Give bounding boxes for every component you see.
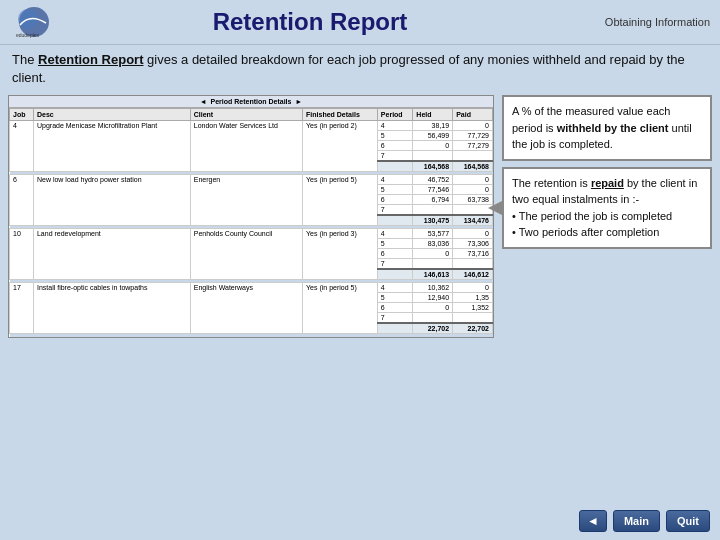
table-row-paid: 0 <box>453 283 493 293</box>
table-row-finished: Yes (in period 2) <box>303 121 378 172</box>
table-row-paid: 1,352 <box>453 303 493 313</box>
data-table: Job Desc Client Finished Details Period … <box>9 108 493 337</box>
table-row-held: 83,036 <box>413 239 453 249</box>
table-row-period: 4 <box>377 175 412 185</box>
table-row-period: 5 <box>377 131 412 141</box>
table-row-period: 6 <box>377 141 412 151</box>
col-desc: Desc <box>33 109 190 121</box>
table-row-held: 0 <box>413 141 453 151</box>
table-row-period <box>377 215 412 226</box>
header-info: Obtaining Information <box>560 16 710 28</box>
col-finished: Finished Details <box>303 109 378 121</box>
logo: edudeplex <box>10 4 60 40</box>
table-row-job: 10 <box>10 229 34 280</box>
table-row-paid: 0 <box>453 175 493 185</box>
col-paid: Paid <box>453 109 493 121</box>
desc-highlight: Retention Report <box>38 52 143 67</box>
col-client: Client <box>190 109 302 121</box>
table-row-paid: 77,279 <box>453 141 493 151</box>
table-row-paid: 22,702 <box>453 323 493 334</box>
table-row-held: 53,577 <box>413 229 453 239</box>
col-held: Held <box>413 109 453 121</box>
table-row-client: London Water Services Ltd <box>190 121 302 172</box>
arrow-left-icon <box>488 200 504 216</box>
table-row-finished: Yes (in period 5) <box>303 175 378 226</box>
table-row-job: 4 <box>10 121 34 172</box>
table-row-period: 4 <box>377 229 412 239</box>
table-row-held: 56,499 <box>413 131 453 141</box>
period-details-header: ◄ Period Retention Details ► <box>9 96 493 108</box>
col-period: Period <box>377 109 412 121</box>
page-title: Retention Report <box>60 8 560 36</box>
table-row-period: 5 <box>377 185 412 195</box>
repaid-text1: The retention is <box>512 177 591 189</box>
svg-text:edudeplex: edudeplex <box>16 32 40 38</box>
table-row-period <box>377 269 412 280</box>
table-row-held: 46,752 <box>413 175 453 185</box>
right-panel: A % of the measured value each period is… <box>502 95 712 338</box>
table-row-held <box>413 259 453 270</box>
table-row-finished: Yes (in period 5) <box>303 283 378 334</box>
main-content: ◄ Period Retention Details ► Job Desc Cl… <box>0 91 720 342</box>
table-row-paid: 0 <box>453 121 493 131</box>
table-row-period: 4 <box>377 283 412 293</box>
table-row-period: 6 <box>377 195 412 205</box>
table-row-paid: 1,35 <box>453 293 493 303</box>
table-row-held: 6,794 <box>413 195 453 205</box>
table-row-period: 7 <box>377 313 412 324</box>
info-box-withheld: A % of the measured value each period is… <box>502 95 712 161</box>
table-row-client: English Waterways <box>190 283 302 334</box>
table-row-paid: 63,738 <box>453 195 493 205</box>
quit-button[interactable]: Quit <box>666 510 710 532</box>
table-row-paid: 0 <box>453 185 493 195</box>
nav-arrow-right[interactable]: ► <box>295 98 302 105</box>
table-row-held: 12,940 <box>413 293 453 303</box>
table-row-client: Penholds County Council <box>190 229 302 280</box>
table-row-held: 164,568 <box>413 161 453 172</box>
table-row-paid: 164,568 <box>453 161 493 172</box>
table-row-held: 10,362 <box>413 283 453 293</box>
table-row-period: 6 <box>377 249 412 259</box>
table-row-paid <box>453 313 493 324</box>
table-row-held: 146,613 <box>413 269 453 280</box>
table-row-paid: 77,729 <box>453 131 493 141</box>
table-row-period: 7 <box>377 205 412 216</box>
retention-table: ◄ Period Retention Details ► Job Desc Cl… <box>8 95 494 338</box>
table-row-period: 5 <box>377 293 412 303</box>
table-row-held <box>413 205 453 216</box>
table-row-held <box>413 313 453 324</box>
col-job: Job <box>10 109 34 121</box>
table-row-held: 22,702 <box>413 323 453 334</box>
repaid-bullet1: • The period the job is completed <box>512 210 672 222</box>
table-row-job: 17 <box>10 283 34 334</box>
table-row-finished: Yes (in period 3) <box>303 229 378 280</box>
nav-arrow-left[interactable]: ◄ <box>200 98 207 105</box>
footer: ◄ Main Quit <box>579 510 710 532</box>
table-row-paid <box>453 151 493 162</box>
table-row-held: 0 <box>413 303 453 313</box>
table-row-period: 7 <box>377 259 412 270</box>
table-row-paid: 134,476 <box>453 215 493 226</box>
table-row-paid <box>453 205 493 216</box>
table-row-paid: 73,306 <box>453 239 493 249</box>
table-row-period: 7 <box>377 151 412 162</box>
main-button[interactable]: Main <box>613 510 660 532</box>
table-row-desc: Install fibre-optic cables in towpaths <box>33 283 190 334</box>
table-row-held: 77,546 <box>413 185 453 195</box>
table-row-job: 6 <box>10 175 34 226</box>
table-row-period: 4 <box>377 121 412 131</box>
table-row-period <box>377 323 412 334</box>
withheld-bold: withheld by the client <box>557 122 669 134</box>
table-row-period: 6 <box>377 303 412 313</box>
table-row-paid: 146,612 <box>453 269 493 280</box>
description-text: The Retention Report gives a detailed br… <box>0 45 720 91</box>
table-row-paid: 73,716 <box>453 249 493 259</box>
table-row-paid: 0 <box>453 229 493 239</box>
header: edudeplex Retention Report Obtaining Inf… <box>0 0 720 45</box>
back-button[interactable]: ◄ <box>579 510 607 532</box>
table-row-period <box>377 161 412 172</box>
info-box-repaid: The retention is repaid by the client in… <box>502 167 712 249</box>
table-row-client: Energen <box>190 175 302 226</box>
repaid-underline: repaid <box>591 177 624 189</box>
table-row-held: 38,19 <box>413 121 453 131</box>
